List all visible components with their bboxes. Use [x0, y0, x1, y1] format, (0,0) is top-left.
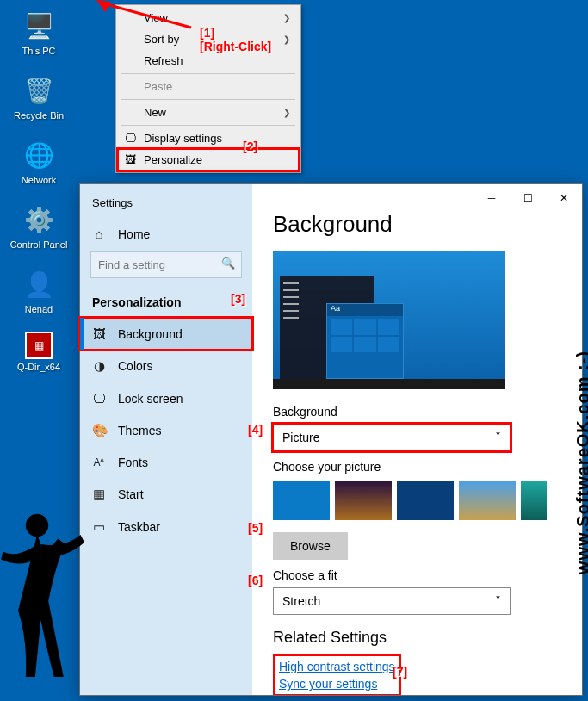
sidebar-nav-taskbar[interactable]: ▭ Taskbar: [80, 511, 252, 543]
settings-window: Settings ⌂ Home 🔍 Personalization 🖼 Back…: [79, 183, 583, 696]
fonts-icon: Aᴬ: [92, 456, 106, 468]
picture-thumb[interactable]: [459, 481, 516, 520]
ctx-sort-by[interactable]: Sort by ❯: [118, 28, 299, 50]
settings-content: Background Aa Background Picture ˅ Choos…: [252, 211, 582, 695]
label-choose-fit: Choose a fit: [273, 568, 561, 582]
chevron-right-icon: ❯: [283, 34, 290, 44]
picture-thumb[interactable]: [397, 481, 454, 520]
link-sync-settings[interactable]: Sync your settings: [279, 675, 395, 692]
ctx-display-settings[interactable]: 🖵 Display settings: [118, 127, 299, 149]
desktop-icon-qdir[interactable]: ▦ Q-Dir_x64: [9, 332, 69, 372]
browse-button[interactable]: Browse: [273, 532, 348, 560]
desktop-context-menu: View ❯ Sort by ❯ Refresh Paste New ❯ 🖵 D…: [115, 4, 301, 173]
home-icon: ⌂: [92, 226, 106, 241]
related-links: High contrast settings Sync your setting…: [273, 654, 401, 695]
ctx-paste: Paste: [118, 76, 299, 97]
separator: [121, 99, 295, 100]
sidebar-category: Personalization: [80, 290, 252, 318]
desktop-icon-this-pc[interactable]: 🖥️ This PC: [9, 9, 69, 56]
label-choose-picture: Choose your picture: [273, 460, 561, 474]
preview-taskbar: [273, 379, 505, 389]
maximize-button[interactable]: ☐: [510, 185, 546, 211]
background-type-dropdown[interactable]: Picture ˅: [273, 424, 511, 451]
sidebar-nav-lock-screen[interactable]: 🖵 Lock screen: [80, 382, 252, 414]
chevron-right-icon: ❯: [283, 108, 290, 117]
network-icon: 🌐: [22, 138, 56, 172]
personalize-icon: 🖼: [123, 153, 137, 166]
control-panel-icon: ⚙️: [22, 202, 56, 237]
chevron-down-icon: ˅: [495, 594, 501, 608]
sidebar-nav-themes[interactable]: 🎨 Themes: [80, 414, 252, 447]
settings-sidebar: Settings ⌂ Home 🔍 Personalization 🖼 Back…: [80, 184, 252, 695]
desktop-icon-network[interactable]: 🌐 Network: [9, 138, 69, 185]
sidebar-nav-start[interactable]: ▦ Start: [80, 478, 252, 511]
themes-icon: 🎨: [92, 423, 106, 438]
settings-app-title: Settings: [80, 191, 252, 221]
related-settings-heading: Related Settings: [273, 629, 561, 647]
settings-main: ─ ☐ ✕ Background Aa Background Picture ˅: [252, 184, 582, 695]
desktop-icon-user[interactable]: 👤 Nenad: [9, 267, 69, 314]
ctx-refresh[interactable]: Refresh: [118, 50, 299, 71]
desktop-icon-recycle-bin[interactable]: 🗑️ Recycle Bin: [9, 73, 69, 121]
qdir-icon: ▦: [25, 332, 53, 359]
svg-marker-1: [96, 0, 110, 12]
colors-icon: ◑: [92, 358, 106, 374]
svg-point-2: [26, 514, 48, 537]
start-icon: ▦: [92, 487, 106, 502]
picture-thumb[interactable]: [335, 481, 392, 520]
user-folder-icon: 👤: [22, 267, 56, 301]
page-title: Background: [273, 211, 561, 238]
link-high-contrast[interactable]: High contrast settings: [279, 658, 395, 675]
close-button[interactable]: ✕: [546, 185, 582, 211]
chevron-down-icon: ˅: [495, 431, 501, 444]
search-icon: 🔍: [221, 257, 235, 270]
minimize-button[interactable]: ─: [473, 185, 510, 211]
fit-dropdown[interactable]: Stretch ˅: [273, 587, 511, 615]
sidebar-home[interactable]: ⌂ Home: [80, 221, 252, 250]
computer-icon: 🖥️: [22, 9, 56, 43]
desktop-icon-control-panel[interactable]: ⚙️ Control Panel: [9, 202, 69, 250]
lock-icon: 🖵: [92, 391, 106, 406]
taskbar-icon: ▭: [92, 519, 106, 535]
separator: [121, 125, 295, 126]
background-icon: 🖼: [92, 326, 106, 341]
preview-sample-window: Aa: [326, 303, 404, 379]
recycle-bin-icon: 🗑️: [22, 73, 56, 108]
titlebar: ─ ☐ ✕: [252, 184, 582, 211]
ctx-view[interactable]: View ❯: [118, 7, 299, 28]
chevron-right-icon: ❯: [283, 13, 290, 22]
ctx-new[interactable]: New ❯: [118, 102, 299, 123]
monitor-icon: 🖵: [123, 132, 137, 145]
search-input[interactable]: [90, 251, 242, 278]
separator: [121, 73, 295, 74]
sidebar-nav-fonts[interactable]: Aᴬ Fonts: [80, 447, 252, 478]
sidebar-nav-background[interactable]: 🖼 Background: [80, 318, 252, 350]
picture-thumb[interactable]: [273, 481, 330, 520]
label-background: Background: [273, 405, 561, 419]
sidebar-nav-colors[interactable]: ◑ Colors: [80, 350, 252, 382]
settings-search: 🔍: [90, 251, 242, 278]
picture-thumb[interactable]: [521, 481, 547, 520]
background-preview: Aa: [273, 251, 505, 389]
picture-thumbnails: [273, 481, 561, 520]
ctx-personalize[interactable]: 🖼 Personalize: [118, 149, 299, 171]
